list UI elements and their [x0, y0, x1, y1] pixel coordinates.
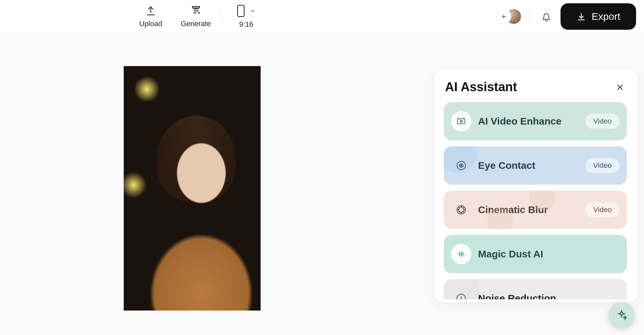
portrait-phone-icon [236, 4, 245, 18]
toolbar-right: Export [496, 3, 636, 30]
ai-panel-header: AI Assistant [444, 79, 628, 102]
bell-icon [541, 12, 551, 21]
card-decor [444, 146, 477, 173]
svg-point-8 [461, 206, 462, 207]
svg-point-10 [458, 209, 459, 210]
ai-panel-title: AI Assistant [445, 80, 517, 94]
svg-point-12 [459, 207, 460, 208]
feature-label: Noise Reduction [478, 293, 620, 299]
toolbar-left: Upload Generate 9:16 [130, 4, 269, 29]
feature-label: Eye Contact [478, 160, 579, 171]
preview-decor [134, 76, 160, 102]
upload-button[interactable]: Upload [130, 5, 172, 28]
svg-rect-0 [192, 6, 199, 8]
add-user-button[interactable] [496, 9, 511, 24]
feature-ai-video-enhance[interactable]: AI Video Enhance Video [444, 102, 627, 140]
video-preview[interactable] [124, 66, 261, 311]
toolbar-divider [221, 9, 222, 24]
feature-magic-dust[interactable]: Magic Dust AI [444, 235, 627, 273]
plus-icon [500, 13, 507, 20]
feature-list[interactable]: AI Video Enhance Video Eye Contact Video [444, 102, 628, 299]
feature-cinematic-blur[interactable]: Cinematic Blur Video [444, 191, 627, 229]
feature-badge: Video [585, 202, 620, 217]
svg-marker-3 [461, 120, 463, 123]
generate-button[interactable]: Generate [172, 5, 220, 28]
svg-point-13 [463, 207, 464, 208]
feature-label: Magic Dust AI [478, 248, 620, 260]
magic-dust-icon [451, 244, 471, 264]
svg-point-9 [461, 212, 462, 213]
svg-point-11 [464, 209, 465, 210]
user-avatars[interactable] [496, 9, 521, 24]
card-decor [444, 279, 480, 299]
generate-label: Generate [181, 19, 211, 28]
aspect-ratio-label: 9:16 [239, 20, 253, 29]
chevron-down-icon [249, 8, 256, 14]
close-icon [616, 83, 624, 92]
feature-badge: Video [585, 114, 620, 129]
feature-eye-contact[interactable]: Eye Contact Video [444, 146, 627, 185]
sparkle-icon [616, 309, 628, 321]
feature-badge: Video [585, 158, 620, 173]
ai-sparkle-fab[interactable] [608, 302, 635, 328]
enhance-icon [451, 111, 471, 131]
svg-rect-1 [238, 5, 244, 16]
ai-assistant-panel: AI Assistant AI Video Enhance Video Eye … [435, 69, 637, 302]
notifications-button[interactable] [539, 9, 554, 24]
upload-icon [145, 5, 157, 17]
close-button[interactable] [613, 80, 627, 94]
toolbar-divider-2 [530, 9, 530, 24]
feature-label: AI Video Enhance [478, 116, 579, 127]
aspect-ratio-button[interactable]: 9:16 [223, 4, 269, 29]
toolbar: Upload Generate 9:16 [0, 0, 644, 33]
blur-icon [451, 200, 471, 220]
svg-point-15 [463, 211, 464, 212]
svg-point-14 [459, 211, 460, 212]
canvas[interactable]: AI Assistant AI Video Enhance Video Eye … [0, 33, 644, 335]
export-button[interactable]: Export [561, 3, 636, 30]
upload-label: Upload [139, 19, 162, 28]
export-label: Export [592, 11, 620, 22]
feature-noise-reduction[interactable]: Noise Reduction [444, 279, 627, 299]
svg-rect-2 [458, 119, 465, 124]
preview-decor [137, 139, 254, 311]
generate-icon [190, 5, 202, 17]
download-icon [576, 12, 586, 21]
